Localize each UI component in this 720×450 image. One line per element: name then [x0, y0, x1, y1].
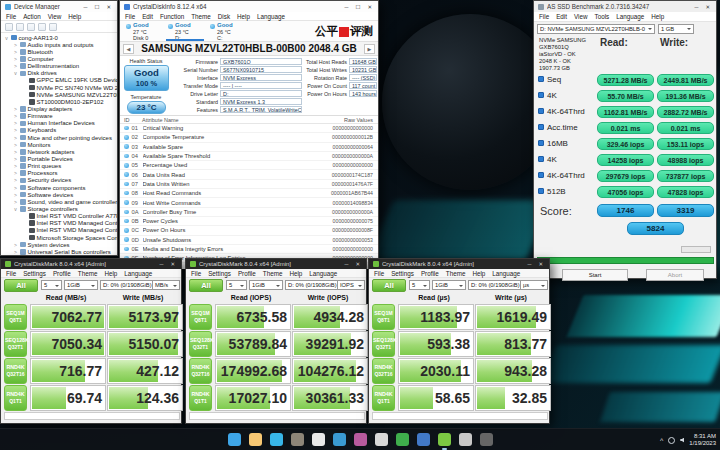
device-tree-item[interactable]: v Storage controllers: [1, 205, 117, 212]
menu-item[interactable]: Profile: [53, 270, 71, 277]
menu-item[interactable]: File: [6, 270, 16, 277]
start-button[interactable]: Start: [562, 269, 628, 281]
minimize-button[interactable]: ─: [525, 260, 533, 268]
device-tree-item[interactable]: > Software devices: [1, 191, 117, 198]
smart-row[interactable]: 0C Power On Hours 0000000000008F: [120, 226, 378, 235]
device-tree-item[interactable]: > Software components: [1, 184, 117, 191]
device-tree-item[interactable]: > Network adapters: [1, 148, 117, 155]
tree-chevron-icon[interactable]: >: [13, 42, 18, 48]
test-type-button[interactable]: SEQ1M Q8T1: [372, 304, 395, 330]
maximize-button[interactable]: ☐: [92, 3, 101, 11]
unit-select[interactable]: MB/s: [152, 280, 180, 290]
device-tree-item[interactable]: > DellInstrumentation: [1, 63, 117, 70]
tree-chevron-icon[interactable]: >: [13, 156, 18, 162]
tree-chevron-icon[interactable]: >: [13, 249, 18, 255]
crystaldiskmark-titlebar[interactable]: CrystalDiskMark 8.0.4 x64 [Admin] ─ ✕: [1, 259, 181, 269]
taskbar-app-icon[interactable]: [291, 433, 304, 446]
close-button[interactable]: ✕: [353, 260, 362, 268]
properties-icon[interactable]: [27, 23, 35, 31]
minimize-button[interactable]: ─: [343, 3, 351, 11]
device-tree-item[interactable]: > Computer: [1, 55, 117, 62]
smart-row[interactable]: 0A Controller Busy Time 0000000000000A: [120, 208, 378, 217]
crystaldiskinfo-titlebar[interactable]: CrystalDiskInfo 8.12.4 x64 ─ ☐ ✕: [120, 1, 378, 12]
tree-chevron-icon[interactable]: >: [13, 120, 18, 126]
taskbar-app-icon[interactable]: [270, 433, 283, 446]
tree-chevron-icon[interactable]: >: [13, 63, 18, 69]
drive-select[interactable]: D: NVMe SAMSUNG MZVL22T0HBLB-0: [537, 24, 655, 34]
menu-item[interactable]: Edit: [556, 13, 567, 20]
crystaldiskmark-titlebar[interactable]: CrystalDiskMark 8.0.4 x64 [Admin] ─ ✕: [186, 259, 366, 269]
run-count-select[interactable]: 5: [41, 280, 62, 290]
prev-disk-button[interactable]: ◀: [123, 44, 134, 54]
forward-icon[interactable]: [16, 23, 24, 31]
tree-chevron-icon[interactable]: >: [13, 192, 18, 198]
menu-item[interactable]: Help: [472, 270, 485, 277]
device-tree-item[interactable]: Microsoft Storage Spaces Controller: [1, 234, 117, 241]
test-type-button[interactable]: RND4K Q32T16: [4, 358, 27, 384]
run-count-select[interactable]: 5: [226, 280, 247, 290]
tree-chevron-icon[interactable]: >: [13, 49, 18, 55]
menu-item[interactable]: Theme: [78, 270, 98, 277]
taskbar-app-icon[interactable]: [249, 433, 262, 446]
next-disk-button[interactable]: ▶: [364, 44, 375, 54]
menu-item[interactable]: Profile: [238, 270, 256, 277]
as-ssd-titlebar[interactable]: AS SSD Benchmark 2.0.7316.34247 ─ ✕: [534, 1, 716, 12]
taskbar-app-icon[interactable]: [396, 433, 409, 446]
device-tree-item[interactable]: > Universal Serial Bus controllers: [1, 248, 117, 255]
menu-item[interactable]: File: [374, 270, 384, 277]
close-button[interactable]: ✕: [104, 3, 113, 11]
taskbar-app-icon[interactable]: [459, 433, 472, 446]
test-size-select[interactable]: 1GiB: [249, 280, 283, 290]
disk-tab[interactable]: Good 27 °C Disk 0: [124, 21, 166, 41]
disk-tab[interactable]: Good 23 °C D:: [166, 21, 208, 41]
device-manager-titlebar[interactable]: Device Manager ─ ☐ ✕: [1, 1, 117, 12]
menu-item[interactable]: Help: [68, 13, 81, 20]
device-tree-item[interactable]: > Display adapters: [1, 105, 117, 112]
device-tree-item[interactable]: > Security devices: [1, 177, 117, 184]
test-type-button[interactable]: SEQ1M Q8T1: [189, 304, 212, 330]
test-checkbox[interactable]: [538, 188, 544, 194]
tree-chevron-icon[interactable]: >: [13, 113, 18, 119]
menu-item[interactable]: Action: [23, 13, 41, 20]
device-tree-item[interactable]: > Mice and other pointing devices: [1, 134, 117, 141]
menu-item[interactable]: Help: [289, 270, 302, 277]
menu-item[interactable]: Edit: [142, 13, 153, 20]
device-tree-item[interactable]: NVMe PC SN740 NVMe WD 256GB: [1, 84, 117, 91]
menu-item[interactable]: View: [48, 13, 62, 20]
unit-select[interactable]: µs: [520, 280, 548, 290]
device-tree-item[interactable]: > Firmware: [1, 113, 117, 120]
all-button[interactable]: All: [4, 279, 38, 292]
back-icon[interactable]: [5, 23, 13, 31]
device-tree-item[interactable]: v cong-AAR13-0: [1, 34, 117, 41]
smart-row[interactable]: 0E Media and Data Integrity Errors 00000…: [120, 245, 378, 254]
minimize-button[interactable]: ─: [157, 260, 165, 268]
device-tree-item[interactable]: > Human Interface Devices: [1, 120, 117, 127]
menu-item[interactable]: Function: [160, 13, 184, 20]
test-type-button[interactable]: RND4K Q32T16: [372, 358, 395, 384]
taskbar-app-icon[interactable]: [438, 433, 451, 446]
tree-chevron-icon[interactable]: v: [13, 70, 18, 76]
smart-row[interactable]: 06 Data Units Read 0000000174C187: [120, 170, 378, 179]
device-tree-item[interactable]: v Disk drives: [1, 70, 117, 77]
menu-item[interactable]: View: [574, 13, 588, 20]
smart-row[interactable]: 0B Power Cycles 00000000000075: [120, 217, 378, 226]
device-tree-item[interactable]: > Processors: [1, 170, 117, 177]
device-tree-item[interactable]: Intel RST VMD Managed Controller 09AB: [1, 220, 117, 227]
menu-item[interactable]: Language: [492, 270, 520, 277]
menu-item[interactable]: Help: [651, 13, 664, 20]
smart-row[interactable]: 05 Percentage Used 00000000000000: [120, 161, 378, 170]
close-button[interactable]: ✕: [365, 3, 374, 11]
menu-item[interactable]: Language: [309, 270, 337, 277]
taskbar-app-icon[interactable]: [228, 433, 241, 446]
menu-item[interactable]: Language: [257, 13, 285, 20]
menu-item[interactable]: Theme: [263, 270, 283, 277]
menu-item[interactable]: File: [539, 13, 549, 20]
tree-chevron-icon[interactable]: >: [13, 199, 18, 205]
test-checkbox[interactable]: [538, 140, 544, 146]
tree-chevron-icon[interactable]: >: [13, 170, 18, 176]
close-button[interactable]: ✕: [703, 3, 712, 11]
device-tree-item[interactable]: > Bluetooth: [1, 48, 117, 55]
menu-item[interactable]: File: [125, 13, 135, 20]
tree-chevron-icon[interactable]: v: [4, 35, 9, 41]
maximize-button[interactable]: ☐: [353, 3, 362, 11]
